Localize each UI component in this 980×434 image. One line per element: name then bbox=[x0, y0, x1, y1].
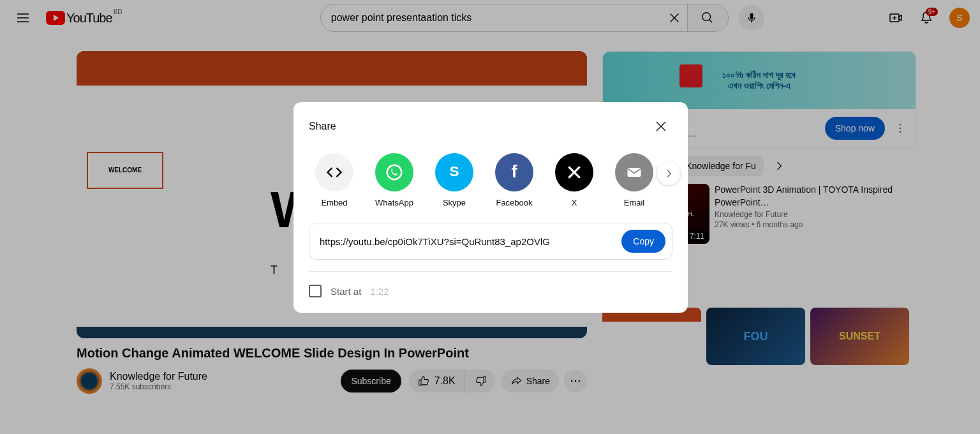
share-whatsapp-label: WhatsApp bbox=[375, 198, 413, 207]
modal-close-button[interactable] bbox=[650, 115, 672, 138]
copy-button[interactable]: Copy bbox=[621, 230, 665, 253]
share-targets-scroll-right[interactable] bbox=[657, 162, 680, 185]
share-facebook-label: Facebook bbox=[496, 198, 532, 207]
share-facebook[interactable]: f Facebook bbox=[489, 153, 540, 207]
svg-point-10 bbox=[387, 165, 402, 180]
embed-icon bbox=[315, 153, 353, 191]
share-targets: Embed WhatsApp S Skype f Facebook X bbox=[309, 153, 672, 207]
email-icon bbox=[615, 153, 653, 191]
share-url-row: https://youtu.be/cp0iOk7TiXU?si=QuRunt83… bbox=[309, 223, 672, 260]
share-url[interactable]: https://youtu.be/cp0iOk7TiXU?si=QuRunt83… bbox=[320, 236, 614, 247]
chevron-right-icon bbox=[662, 167, 675, 180]
modal-title: Share bbox=[309, 121, 336, 132]
share-modal: Share Embed WhatsApp S Skype f bbox=[293, 102, 688, 313]
share-whatsapp[interactable]: WhatsApp bbox=[369, 153, 420, 207]
start-at-label: Start at bbox=[330, 286, 361, 297]
svg-text:S: S bbox=[449, 163, 459, 179]
share-embed[interactable]: Embed bbox=[309, 153, 360, 207]
start-at-row: Start at 1:22 bbox=[309, 285, 672, 297]
x-icon bbox=[555, 153, 593, 191]
share-email[interactable]: Email bbox=[609, 153, 660, 207]
start-at-time[interactable]: 1:22 bbox=[370, 286, 389, 297]
share-x-label: X bbox=[572, 198, 577, 207]
svg-text:f: f bbox=[511, 163, 517, 181]
start-at-checkbox[interactable] bbox=[309, 285, 322, 297]
share-skype[interactable]: S Skype bbox=[429, 153, 480, 207]
share-x[interactable]: X bbox=[549, 153, 600, 207]
share-skype-label: Skype bbox=[443, 198, 466, 207]
share-embed-label: Embed bbox=[321, 198, 347, 207]
whatsapp-icon bbox=[375, 153, 413, 191]
skype-icon: S bbox=[435, 153, 473, 191]
divider bbox=[309, 271, 672, 272]
facebook-icon: f bbox=[495, 153, 533, 191]
svg-rect-13 bbox=[628, 168, 641, 177]
close-icon bbox=[653, 119, 669, 134]
modal-header: Share bbox=[309, 115, 672, 138]
share-email-label: Email bbox=[624, 198, 645, 207]
